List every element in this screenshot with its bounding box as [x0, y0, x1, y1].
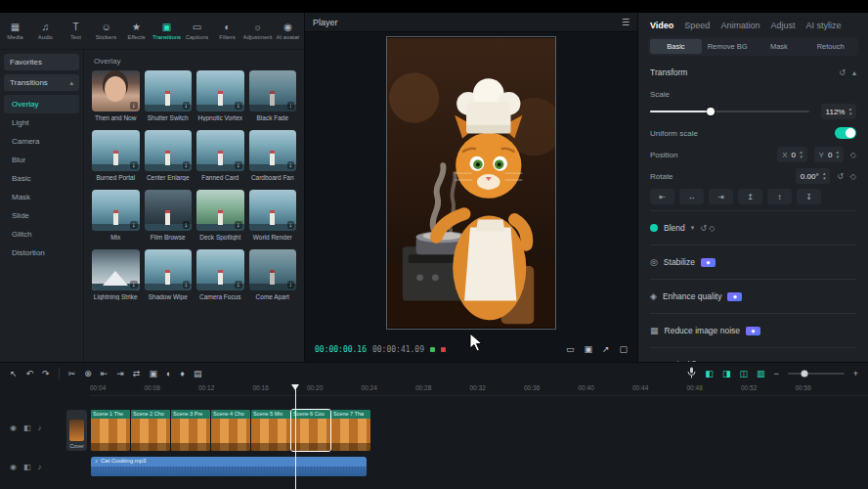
position-x-stepper[interactable]: X 0 ▴▾	[777, 147, 806, 162]
transition-thumbnail[interactable]: ↓	[92, 70, 140, 111]
reduce-noise-section[interactable]: ▦ Reduce image noise ◆	[650, 319, 856, 342]
toolbar-item-audio[interactable]: ♫ Audio	[30, 22, 61, 40]
mirror-icon[interactable]: ⇄	[133, 370, 141, 378]
scale-slider[interactable]	[650, 111, 809, 112]
transition-item[interactable]: ↓ Camera Focus	[196, 249, 244, 300]
subtab-remove-bg[interactable]: Remove BG	[702, 39, 754, 54]
crop-icon[interactable]: ▣	[149, 370, 157, 378]
stepper-down-icon[interactable]: ▾	[848, 111, 851, 116]
timeline-clip[interactable]: Scene 4 Cho	[211, 410, 250, 451]
tracks-icon[interactable]: ▤	[194, 370, 202, 378]
tab-animation[interactable]: Animation	[720, 21, 760, 30]
rotate-stepper[interactable]: 0.00° ▴▾	[796, 168, 830, 184]
transition-thumbnail[interactable]: ↓	[249, 70, 297, 111]
transition-item[interactable]: ↓ World Render	[249, 190, 297, 241]
transition-item[interactable]: ↓ Lightning Strike	[92, 249, 140, 300]
transition-item[interactable]: ↓ Shadow Wipe	[145, 249, 193, 300]
align-right-icon[interactable]: ⇥	[709, 189, 733, 204]
position-y-stepper[interactable]: Y 0 ▴▾	[814, 147, 844, 162]
split-icon[interactable]: ✂	[68, 370, 76, 378]
transition-item[interactable]: ↓ Cardboard Fan	[249, 130, 297, 181]
playhead[interactable]	[295, 384, 296, 489]
transition-thumbnail[interactable]: ↓	[196, 130, 244, 171]
preview-axis-icon[interactable]: ▥	[757, 370, 765, 378]
transition-thumbnail[interactable]: ↓	[196, 70, 244, 111]
linkage-icon[interactable]: ◫	[739, 370, 748, 378]
timeline-clip[interactable]: Scene 7 Tha	[331, 410, 370, 451]
transition-thumbnail[interactable]: ↓	[92, 249, 140, 290]
hide-track-icon[interactable]: ◉	[10, 463, 17, 471]
sidebar-item-camera[interactable]: Camera	[4, 132, 79, 151]
tab-speed[interactable]: Speed	[684, 21, 710, 30]
sidebar-item-glitch[interactable]: Glitch	[4, 225, 79, 244]
tab-ai-stylize[interactable]: AI stylize	[805, 21, 841, 30]
stepper-down-icon[interactable]: ▾	[823, 176, 826, 181]
transition-thumbnail[interactable]: ↓	[196, 249, 244, 290]
transition-thumbnail[interactable]: ↓	[145, 130, 193, 171]
subtab-basic[interactable]: Basic	[650, 39, 702, 54]
timeline-clip-selected[interactable]: Scene 6 Cou	[291, 410, 330, 451]
mask-tool-icon[interactable]: ◐	[166, 370, 171, 378]
zoom-slider-handle[interactable]	[802, 371, 808, 378]
uniform-scale-toggle[interactable]	[835, 127, 856, 139]
sidebar-item-light[interactable]: Light	[4, 113, 79, 132]
collapse-icon[interactable]: ▴	[852, 68, 856, 77]
sidebar-item-basic[interactable]: Basic	[4, 169, 79, 188]
toolbar-item-stickers[interactable]: ☺ Stickers	[91, 22, 121, 40]
zoom-in-icon[interactable]: +	[853, 370, 858, 378]
sidebar-item-overlay[interactable]: Overlay	[4, 95, 79, 113]
timeline-clip[interactable]: Scene 2 Cho	[131, 410, 170, 451]
transition-thumbnail[interactable]: ↓	[145, 190, 193, 231]
transition-thumbnail[interactable]: ↓	[145, 70, 193, 111]
stabilize-section[interactable]: ◎ Stabilize ◆	[650, 250, 856, 274]
timeline-clip[interactable]: Scene 3 Pre	[171, 410, 210, 451]
reset-transform-icon[interactable]: ↺	[839, 68, 846, 77]
record-voiceover-icon[interactable]	[687, 367, 696, 380]
transition-thumbnail[interactable]: ↓	[249, 190, 297, 231]
keyframe-tool-icon[interactable]: ♦	[180, 370, 185, 378]
player-menu-icon[interactable]: ☰	[622, 18, 629, 27]
tab-video[interactable]: Video	[650, 21, 673, 30]
rotate-reset-icon[interactable]: ↺	[837, 172, 844, 181]
transition-item[interactable]: ↓ Center Enlarge	[145, 130, 193, 181]
select-tool-icon[interactable]: ↖	[10, 370, 18, 378]
mute-track-icon[interactable]: ♪	[38, 463, 42, 471]
toolbar-item-media[interactable]: ▦ Media	[0, 22, 30, 40]
transition-item[interactable]: ↓ Fanned Card	[196, 130, 244, 181]
video-preview[interactable]	[386, 36, 556, 330]
align-top-icon[interactable]: ↥	[738, 189, 762, 204]
lock-track-icon[interactable]: ◧	[23, 423, 31, 432]
transition-thumbnail[interactable]: ↓	[145, 249, 193, 290]
transition-item[interactable]: ↓ Mix	[92, 190, 140, 241]
timeline-clip[interactable]: Scene 1 The	[91, 410, 130, 451]
toolbar-item-filters[interactable]: ◐ Filters	[212, 22, 242, 40]
timeline-zoom-slider[interactable]	[788, 373, 845, 375]
mute-track-icon[interactable]: ♪	[38, 423, 42, 432]
blend-section[interactable]: Blend ▾ ↺ ◇	[650, 216, 856, 240]
toolbar-item-effects[interactable]: ★ Effects	[121, 22, 152, 40]
cover-button[interactable]: Cover	[66, 410, 87, 451]
chevron-down-icon[interactable]: ▾	[691, 224, 695, 232]
transition-item[interactable]: ↓ Burned Portal	[92, 130, 140, 181]
favorites-button[interactable]: Favorites	[4, 54, 79, 70]
scale-value-stepper[interactable]: 112% ▴▾	[821, 104, 856, 119]
transitions-group-button[interactable]: Transitions ▴	[4, 74, 79, 91]
toolbar-item-text[interactable]: T Text	[61, 22, 91, 40]
transition-item[interactable]: ↓ Black Fade	[249, 70, 297, 121]
transition-item[interactable]: ↓ Deck Spotlight	[196, 190, 244, 241]
stepper-down-icon[interactable]: ▾	[800, 155, 803, 159]
transition-thumbnail[interactable]: ↓	[196, 190, 244, 231]
enhance-quality-section[interactable]: ◈ Enhance quality ◆	[650, 285, 856, 308]
redo-icon[interactable]: ↷	[42, 370, 50, 378]
align-left-icon[interactable]: ⇤	[650, 189, 674, 204]
subtab-retouch[interactable]: Retouch	[804, 39, 856, 54]
hide-track-icon[interactable]: ◉	[10, 423, 17, 432]
transition-item[interactable]: ↓ Hypnotic Vortex	[196, 70, 244, 121]
zoom-out-icon[interactable]: −	[773, 370, 778, 378]
toolbar-item-captions[interactable]: ▭ Captions	[182, 22, 212, 40]
stepper-down-icon[interactable]: ▾	[836, 155, 839, 159]
transition-thumbnail[interactable]: ↓	[249, 130, 297, 171]
scale-slider-handle[interactable]	[707, 108, 715, 115]
fullscreen-icon[interactable]: ▢	[619, 344, 628, 354]
blend-reset-icon[interactable]: ↺	[700, 224, 707, 233]
